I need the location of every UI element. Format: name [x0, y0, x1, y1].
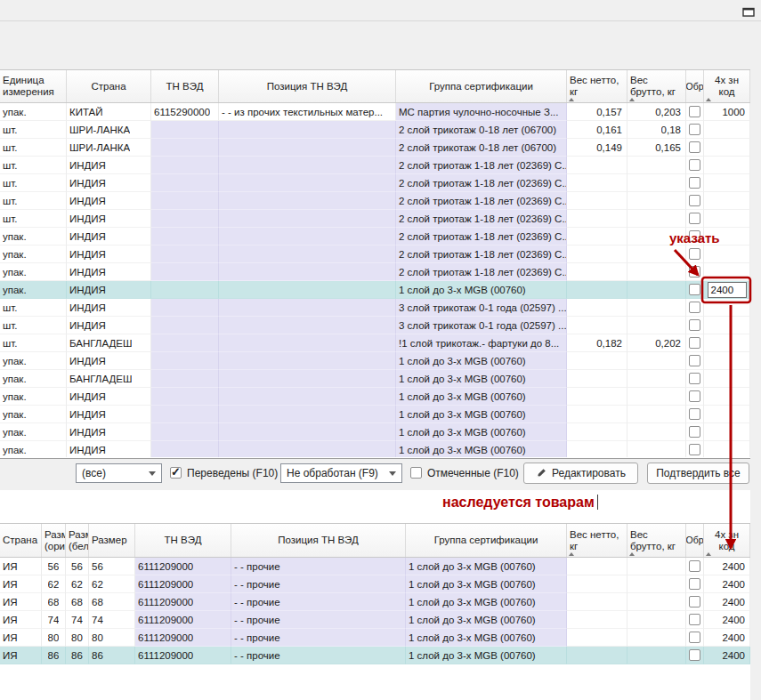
table-row[interactable]: упак.ИНДИЯ2 слой триотаж 1-18 лет (02369… [0, 245, 750, 263]
tnved-cell: 6111209000 [135, 593, 231, 611]
column-header-net[interactable]: Вес нетто,кг [567, 524, 627, 557]
table-row[interactable]: шт.ИНДИЯ3 слой трикотаж 0-1 года (02597)… [0, 317, 750, 334]
row-checkbox[interactable] [689, 649, 700, 661]
table-row[interactable]: упак.БАНГЛАДЕШ1 слой до 3-х MGB (00760) [0, 370, 750, 388]
row-checkbox[interactable] [689, 596, 700, 607]
table-row[interactable]: ИЯ8080806111209000- - прочие1 слой до 3-… [0, 629, 750, 647]
column-header-group[interactable]: Группа сертификации [406, 524, 567, 557]
row-checkbox[interactable] [689, 337, 700, 349]
table-row[interactable]: ИЯ6868686111209000- - прочие1 слой до 3-… [0, 593, 750, 611]
row-checkbox[interactable] [689, 159, 700, 171]
unit-value: упак. [3, 445, 27, 455]
table-row[interactable]: упак.ИНДИЯ1 слой до 3-х MGB (00760) [0, 406, 750, 423]
filter-all-dropdown[interactable]: (все) [76, 463, 162, 483]
column-header-size_ori[interactable]: Разм(ори [42, 524, 66, 557]
tnved-cell [151, 263, 219, 281]
table-row[interactable]: шт.ИНДИЯ2 слой триотаж 1-18 лет (02369) … [0, 174, 750, 192]
marked-checkbox-label[interactable]: Отмеченные (F10) [427, 467, 519, 479]
row-checkbox[interactable] [689, 284, 700, 295]
table-row[interactable]: ИЯ8686866111209000- - прочие1 слой до 3-… [0, 647, 750, 664]
country-cell: ШРИ-ЛАНКА [67, 139, 151, 157]
table-row[interactable]: ИЯ6262626111209000- - прочие1 слой до 3-… [0, 575, 750, 593]
size_bel-cell: 80 [66, 629, 89, 647]
table-row[interactable]: ИЯ5656566111209000- - прочие1 слой до 3-… [0, 558, 750, 575]
column-header-country[interactable]: Страна [67, 70, 151, 102]
row-checkbox[interactable] [689, 195, 700, 206]
confirm-all-button[interactable]: Подтвердить все [647, 463, 749, 484]
table-row[interactable]: упак.ИНДИЯ1 слой до 3-х MGB (00760)2400 [0, 281, 750, 299]
row-checkbox[interactable] [689, 614, 700, 625]
table-row[interactable]: упак.КИТАЙ6115290000- - из прочих тексти… [0, 103, 750, 121]
row-checkbox[interactable] [689, 408, 700, 420]
row-checkbox[interactable] [689, 578, 700, 590]
row-checkbox[interactable] [689, 248, 700, 260]
row-checkbox[interactable] [689, 266, 700, 278]
status-dropdown[interactable]: Не обработан (F9) [280, 463, 402, 483]
window-icon[interactable] [742, 4, 755, 20]
gross-cell [627, 281, 686, 299]
column-header-label: Позиция ТН ВЭД [278, 535, 359, 546]
table-row[interactable]: шт.ИНДИЯ3 слой трикотаж 0-1 года (02597)… [0, 299, 750, 317]
translated-checkbox[interactable]: ✓ [170, 467, 182, 479]
row-checkbox[interactable] [689, 302, 700, 313]
row-checkbox[interactable] [689, 426, 700, 438]
column-header-code[interactable]: 4х знкод [704, 524, 750, 557]
column-header-position[interactable]: Позиция ТН ВЭД [219, 70, 396, 102]
column-header-position[interactable]: Позиция ТН ВЭД [231, 524, 406, 557]
table-row[interactable]: шт.ИНДИЯ2 слой триотаж 1-18 лет (02369) … [0, 192, 750, 210]
row-checkbox[interactable] [689, 373, 700, 384]
table-row[interactable]: упак.ИНДИЯ2 слой триотаж 1-18 лет (02369… [0, 228, 750, 245]
row-checkbox[interactable] [689, 213, 700, 224]
column-header-size_bel[interactable]: Разм(бел.) [66, 524, 89, 557]
row-checkbox[interactable] [689, 632, 700, 643]
position-cell: - - прочие [231, 629, 406, 647]
column-header-net[interactable]: Вес нетто,кг [567, 70, 627, 102]
size_ori-cell: 68 [42, 593, 66, 611]
row-checkbox[interactable] [689, 177, 700, 189]
table-row[interactable]: упак.ИНДИЯ2 слой триотаж 1-18 лет (02369… [0, 263, 750, 281]
row-checkbox[interactable] [689, 124, 700, 135]
column-header-label: Группа сертификации [434, 535, 538, 546]
sort-indicator-icon [569, 98, 574, 101]
row-checkbox[interactable] [689, 355, 700, 366]
column-header-chk[interactable]: Обр [686, 524, 704, 557]
country-value: БАНГЛАДЕШ [69, 374, 132, 384]
table-row[interactable]: упак.ИНДИЯ1 слой до 3-х MGB (00760) [0, 388, 750, 406]
table-row[interactable]: шт.БАНГЛАДЕШ!1 слой трикотаж.- фартуки д… [0, 334, 750, 352]
table-row[interactable]: упак.ИНДИЯ1 слой до 3-х MGB (00760) [0, 352, 750, 370]
row-checkbox[interactable] [689, 390, 700, 402]
gross-cell [627, 263, 686, 281]
row-checkbox[interactable] [689, 141, 700, 153]
column-header-size[interactable]: Размер [89, 524, 135, 557]
table-row[interactable]: упак.ИНДИЯ1 слой до 3-х MGB (00760) [0, 423, 750, 441]
column-header-country[interactable]: Страна [0, 524, 42, 557]
code-edit-field[interactable]: 2400 [708, 282, 747, 298]
row-checkbox[interactable] [689, 444, 700, 455]
marked-checkbox[interactable] [410, 467, 422, 479]
gross-cell [627, 593, 686, 611]
column-header-chk[interactable]: Обр [686, 70, 704, 102]
column-header-tnved[interactable]: ТН ВЭД [151, 70, 219, 102]
column-header-unit[interactable]: Единицаизмерения [0, 70, 67, 102]
table-row[interactable]: шт.ШРИ-ЛАНКА2 слой трикотаж 0-18 лет (06… [0, 121, 750, 139]
column-header-tnved[interactable]: ТН ВЭД [135, 524, 231, 557]
position-cell: - - прочие [231, 575, 406, 593]
row-checkbox[interactable] [689, 106, 700, 117]
table-row[interactable]: шт.ИНДИЯ2 слой триотаж 1-18 лет (02369) … [0, 210, 750, 228]
table-row[interactable]: шт.ШРИ-ЛАНКА2 слой трикотаж 0-18 лет (06… [0, 139, 750, 157]
edit-button[interactable]: Редактировать [523, 463, 638, 484]
country-cell: ИНДИЯ [67, 317, 151, 334]
row-checkbox[interactable] [689, 560, 700, 572]
unit-cell: упак. [0, 388, 67, 406]
row-checkbox[interactable] [689, 319, 700, 331]
column-header-code[interactable]: 4х знкод [704, 70, 750, 102]
table-row[interactable]: упак.ИНДИЯ1 слой до 3-х MGB (00760) [0, 441, 750, 457]
column-header-group[interactable]: Группа сертификации [396, 70, 567, 102]
table-row[interactable]: ИЯ7474746111209000- - прочие1 слой до 3-… [0, 611, 750, 629]
column-header-label: ТН ВЭД [166, 81, 204, 93]
translated-checkbox-label[interactable]: Переведены (F10) [187, 467, 278, 479]
column-header-gross[interactable]: Весбрутто, кг [627, 524, 686, 557]
group-cell: 2 слой триотаж 1-18 лет (02369) С... [396, 157, 567, 174]
table-row[interactable]: шт.ИНДИЯ2 слой триотаж 1-18 лет (02369) … [0, 157, 750, 174]
column-header-gross[interactable]: Весбрутто, кг [627, 70, 686, 102]
